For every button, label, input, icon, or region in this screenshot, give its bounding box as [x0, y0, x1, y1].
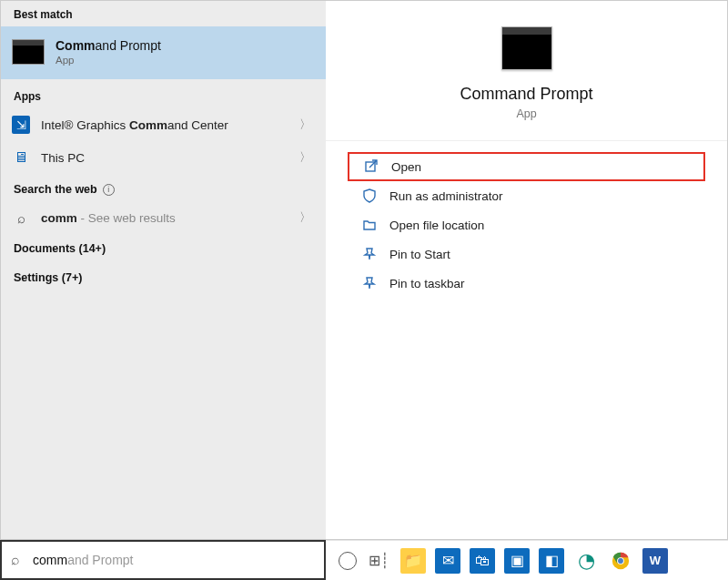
search-box[interactable]: ⌕ command Prompt — [0, 540, 326, 580]
search-input[interactable] — [29, 553, 315, 567]
taskbar: ⊞┊ 📁 ✉ 🛍 ▣ ◧ ◔ W — [326, 540, 728, 580]
best-match-header: Best match — [1, 1, 326, 26]
chrome-icon[interactable] — [608, 548, 633, 574]
folder-icon — [362, 218, 377, 232]
run-as-admin-action[interactable]: Run as administrator — [348, 181, 705, 210]
svg-point-3 — [618, 558, 623, 564]
app-result-intel-graphics[interactable]: ⇲ Intel® Graphics Command Center 〉 — [1, 108, 326, 141]
search-web-header: Search the web i — [1, 174, 326, 201]
store-icon[interactable]: 🛍 — [470, 548, 495, 574]
app-icon[interactable]: ◧ — [539, 548, 564, 574]
web-result[interactable]: ⌕ comm - See web results 〉 — [1, 201, 326, 234]
search-icon: ⌕ — [11, 552, 20, 568]
info-icon: i — [103, 184, 115, 196]
preview-subtitle: App — [516, 107, 536, 120]
settings-category[interactable]: Settings (7+) — [1, 263, 326, 292]
app-result-this-pc[interactable]: 🖥 This PC 〉 — [1, 141, 326, 174]
action-label: Pin to taskbar — [389, 277, 465, 290]
open-icon — [364, 159, 379, 174]
mail-icon[interactable]: ✉ — [435, 548, 460, 574]
preview-title: Command Prompt — [460, 85, 592, 104]
preview-pane: Command Prompt App Open Run as administr… — [326, 1, 727, 539]
search-results-pane: Best match Command Prompt App Apps ⇲ Int… — [1, 1, 326, 539]
word-icon[interactable]: W — [642, 548, 668, 574]
chevron-right-icon: 〉 — [299, 117, 311, 133]
best-match-title: Command Prompt — [56, 38, 161, 53]
task-view-icon[interactable]: ⊞┊ — [366, 548, 391, 574]
command-prompt-large-icon — [501, 26, 552, 70]
pin-to-start-action[interactable]: Pin to Start — [348, 239, 705, 269]
action-label: Pin to Start — [389, 248, 450, 261]
file-explorer-icon[interactable]: 📁 — [400, 548, 426, 574]
open-file-location-action[interactable]: Open file location — [348, 210, 705, 239]
pin-icon — [362, 276, 377, 290]
best-match-subtitle: App — [56, 55, 161, 66]
chevron-right-icon: 〉 — [299, 209, 311, 226]
cortana-icon[interactable] — [339, 552, 357, 570]
apps-header: Apps — [1, 79, 326, 108]
chevron-right-icon: 〉 — [299, 149, 311, 166]
command-prompt-icon — [12, 39, 45, 65]
documents-category[interactable]: Documents (14+) — [1, 234, 326, 263]
photos-icon[interactable]: ▣ — [504, 548, 530, 574]
intel-icon: ⇲ — [12, 116, 30, 134]
open-action[interactable]: Open — [348, 152, 705, 181]
search-icon: ⌕ — [12, 209, 30, 227]
web-result-label: comm - See web results — [41, 211, 176, 225]
best-match-result[interactable]: Command Prompt App — [1, 26, 326, 79]
app-result-label: This PC — [41, 151, 85, 165]
shield-icon — [362, 188, 377, 203]
action-label: Open file location — [389, 219, 484, 232]
app-result-label: Intel® Graphics Command Center — [41, 118, 228, 132]
edge-icon[interactable]: ◔ — [573, 548, 599, 574]
action-label: Run as administrator — [389, 189, 503, 203]
pin-icon — [362, 247, 377, 261]
pin-to-taskbar-action[interactable]: Pin to taskbar — [348, 269, 705, 298]
action-label: Open — [391, 160, 421, 174]
this-pc-icon: 🖥 — [12, 148, 30, 167]
